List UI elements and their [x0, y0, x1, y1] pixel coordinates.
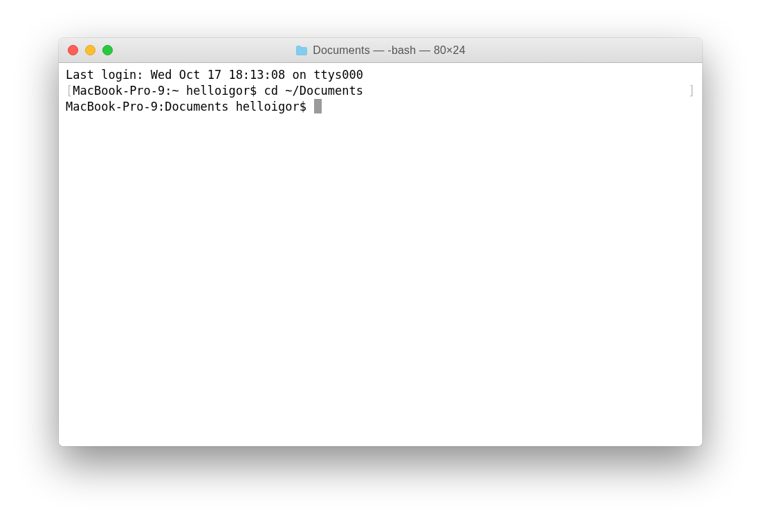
terminal-window: Documents — -bash — 80×24 Last login: We…: [59, 38, 702, 446]
prompt-1: MacBook-Pro-9:~ helloigor$: [73, 83, 264, 99]
minimize-button[interactable]: [85, 45, 95, 55]
cursor[interactable]: [314, 99, 322, 113]
traffic-lights: [59, 45, 113, 55]
titlebar[interactable]: Documents — -bash — 80×24: [59, 38, 702, 63]
close-bracket: ]: [688, 83, 695, 99]
terminal-line-2: MacBook-Pro-9:Documents helloigor$: [66, 99, 695, 115]
terminal-line-1: [MacBook-Pro-9:~ helloigor$ cd ~/Documen…: [66, 83, 695, 99]
open-bracket: [: [66, 83, 73, 99]
prompt-2: MacBook-Pro-9:Documents helloigor$: [66, 100, 313, 113]
command-1: cd ~/Documents: [264, 83, 363, 99]
last-login-line: Last login: Wed Oct 17 18:13:08 on ttys0…: [66, 67, 695, 83]
window-title: Documents — -bash — 80×24: [313, 44, 466, 57]
maximize-button[interactable]: [102, 45, 113, 55]
title-area: Documents — -bash — 80×24: [59, 44, 702, 57]
close-button[interactable]: [68, 45, 78, 55]
terminal-body[interactable]: Last login: Wed Oct 17 18:13:08 on ttys0…: [59, 63, 702, 446]
folder-icon: [295, 46, 308, 55]
